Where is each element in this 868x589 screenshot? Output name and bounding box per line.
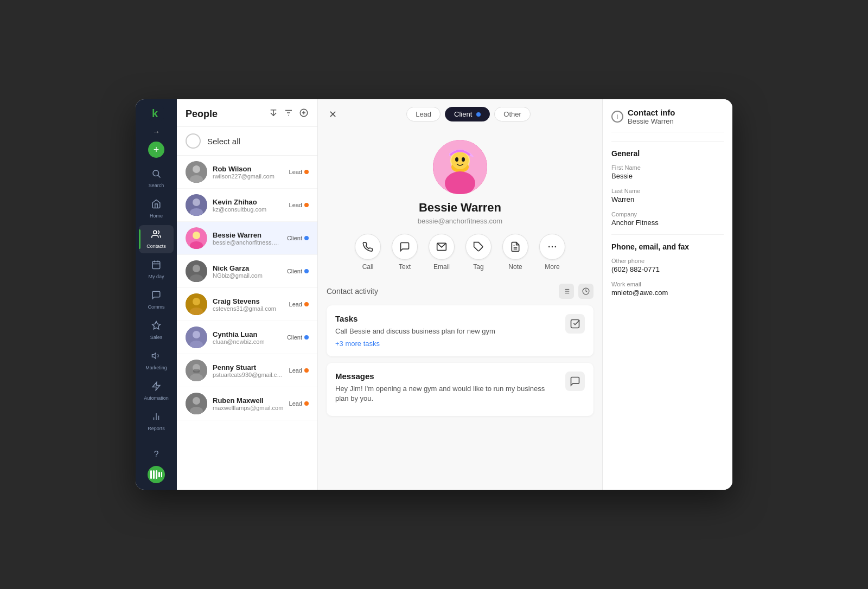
messages-title: Messages <box>335 372 559 381</box>
client-dot <box>304 335 309 340</box>
contact-badge: Lead <box>289 367 309 374</box>
filter-tab-client[interactable]: Client <box>445 107 490 121</box>
svg-point-56 <box>445 171 475 194</box>
svg-point-38 <box>193 265 200 272</box>
contact-name: Craig Stevens <box>213 297 284 305</box>
info-icon: i <box>611 111 623 123</box>
contact-badge: Lead <box>289 202 309 208</box>
divider <box>611 234 724 235</box>
sidebar-item-search[interactable]: Search <box>139 164 174 193</box>
contact-badge: Lead <box>289 400 309 407</box>
filter-tab-other[interactable]: Other <box>494 107 531 121</box>
avatar <box>186 360 207 381</box>
contact-info: Craig Stevens cstevens31@gmail.com <box>213 297 284 312</box>
company-value: Anchor Fitness <box>611 219 724 227</box>
select-all-checkbox[interactable] <box>186 133 201 149</box>
filter-tabs: Lead Client Other <box>346 107 591 121</box>
contact-row[interactable]: Ruben Maxwell maxwelllamps@gmail.com Lea… <box>177 387 317 420</box>
sidebar-item-automation[interactable]: Automation <box>139 377 174 405</box>
svg-point-44 <box>193 331 200 338</box>
svg-rect-17 <box>156 470 157 479</box>
avatar <box>186 260 207 282</box>
call-button[interactable]: Call <box>355 234 381 271</box>
avatar <box>186 393 207 414</box>
email-icon-circle <box>429 234 455 260</box>
add-contact-button[interactable] <box>299 108 309 120</box>
tasks-card-content: Tasks Call Bessie and discuss business p… <box>335 314 559 348</box>
contact-row[interactable]: Nick Garza NGbiz@gmail.com Client <box>177 255 317 288</box>
help-button[interactable]: ? <box>154 450 159 459</box>
sidebar-collapse-button[interactable]: → <box>152 127 160 136</box>
contact-info: Kevin Zhihao kz@consultbug.com <box>213 198 284 213</box>
sidebar-item-marketing[interactable]: Marketing <box>139 347 174 375</box>
avatar <box>186 194 207 216</box>
filter-tab-lead[interactable]: Lead <box>406 107 441 121</box>
badge-label: Lead <box>289 202 302 208</box>
tasks-link[interactable]: +3 more tasks <box>335 340 559 348</box>
sidebar: k → + Search Home Contacts <box>136 99 177 490</box>
contact-main-header: ✕ Lead Client Other <box>318 99 602 129</box>
other-phone-label: Other phone <box>611 258 724 264</box>
contact-info-subtitle: Bessie Warren <box>628 117 675 125</box>
contact-row[interactable]: Kevin Zhihao kz@consultbug.com Lead <box>177 189 317 222</box>
people-panel: People Select all <box>177 99 318 490</box>
svg-point-65 <box>552 246 553 248</box>
contact-row[interactable]: Bessie Warren bessie@anchorfitness.com C… <box>177 222 317 255</box>
contact-email: rwilson227@gmail.com <box>213 173 284 180</box>
tag-button[interactable]: Tag <box>465 234 492 271</box>
activity-calendar-button[interactable] <box>578 284 593 299</box>
profile-photo-inner <box>433 140 487 194</box>
note-button[interactable]: Note <box>502 234 528 271</box>
activity-list-button[interactable] <box>559 284 574 299</box>
svg-point-41 <box>193 298 200 305</box>
badge-label: Lead <box>289 400 302 407</box>
client-tab-dot <box>476 112 481 117</box>
first-name-value: Bessie <box>611 172 724 180</box>
first-name-field: First Name Bessie <box>611 164 724 180</box>
sidebar-item-label: Marketing <box>145 365 167 370</box>
messages-icon <box>565 372 585 391</box>
contact-profile: Bessie Warren bessie@anchorfitness.com C… <box>318 129 602 284</box>
people-list: Select all Rob Wilson rwilson227@gmail.c… <box>177 127 317 490</box>
badge-label: Lead <box>289 367 302 374</box>
sidebar-item-home[interactable]: Home <box>139 195 174 223</box>
work-email-label: Work email <box>611 281 724 287</box>
user-avatar[interactable] <box>148 466 165 483</box>
contact-info: Rob Wilson rwilson227@gmail.com <box>213 165 284 180</box>
company-label: Company <box>611 211 724 217</box>
svg-point-57 <box>451 152 469 169</box>
contact-row[interactable]: Penny Stuart pstuartcats930@gmail.com Le… <box>177 354 317 387</box>
activity-title: Contact activity <box>327 287 378 296</box>
avatar <box>186 326 207 348</box>
sidebar-item-contacts[interactable]: Contacts <box>139 225 174 253</box>
contact-name: Bessie Warren <box>213 231 282 239</box>
sort-button[interactable] <box>269 108 278 120</box>
reports-icon <box>151 412 161 424</box>
select-all-row[interactable]: Select all <box>177 127 317 156</box>
filter-button[interactable] <box>284 108 293 120</box>
contact-name: Rob Wilson <box>213 165 284 173</box>
svg-point-35 <box>193 232 200 239</box>
other-phone-value: (602) 882-0771 <box>611 265 724 273</box>
sidebar-item-myday[interactable]: My day <box>139 255 174 284</box>
contact-row[interactable]: Craig Stevens cstevens31@gmail.com Lead <box>177 288 317 321</box>
text-label: Text <box>399 263 411 271</box>
more-button[interactable]: More <box>539 234 565 271</box>
contact-row[interactable]: Rob Wilson rwilson227@gmail.com Lead <box>177 156 317 189</box>
email-button[interactable]: Email <box>429 234 455 271</box>
close-button[interactable]: ✕ <box>329 108 337 120</box>
contact-row[interactable]: Cynthia Luan cluan@newbiz.com Client <box>177 321 317 354</box>
sidebar-item-comms[interactable]: Comms <box>139 286 174 314</box>
people-header: People <box>177 99 317 127</box>
lead-dot <box>304 170 309 174</box>
sidebar-add-button[interactable]: + <box>148 142 164 158</box>
call-label: Call <box>362 263 374 271</box>
contact-info: Bessie Warren bessie@anchorfitness.com <box>213 231 282 246</box>
text-button[interactable]: Text <box>392 234 418 271</box>
svg-marker-10 <box>152 353 156 359</box>
last-name-label: Last Name <box>611 188 724 194</box>
sidebar-item-reports[interactable]: Reports <box>139 407 174 436</box>
tasks-text: Call Bessie and discuss business plan fo… <box>335 326 559 336</box>
lead-dot <box>304 203 309 207</box>
sidebar-item-sales[interactable]: Sales <box>139 316 174 344</box>
